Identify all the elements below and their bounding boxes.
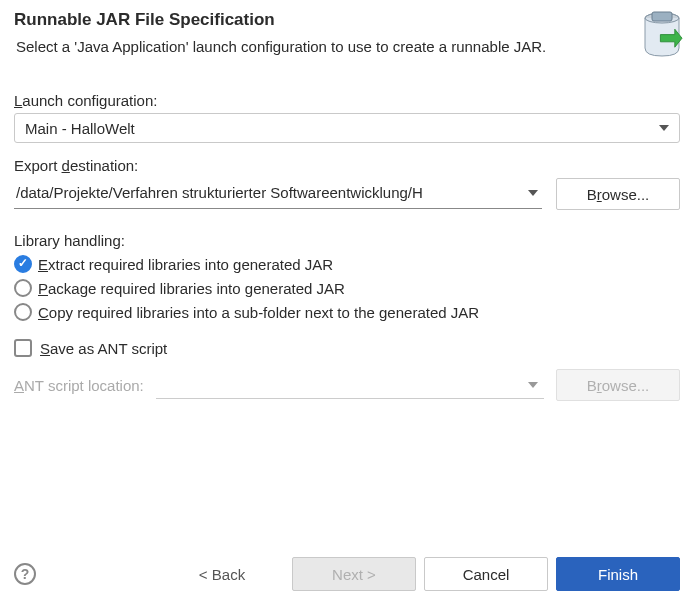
export-browse-button[interactable]: Browse... — [556, 178, 680, 210]
launch-config-label: Launch configuration: — [14, 92, 680, 109]
page-title: Runnable JAR File Specification — [14, 10, 680, 30]
jar-export-icon — [634, 6, 690, 62]
chevron-down-icon — [659, 125, 669, 131]
next-button: Next > — [292, 557, 416, 591]
cancel-button[interactable]: Cancel — [424, 557, 548, 591]
back-button[interactable]: < Back — [160, 557, 284, 591]
export-dest-label: Export destination: — [14, 157, 680, 174]
export-dest-combo[interactable]: /data/Projekte/Verfahren strukturierter … — [14, 179, 542, 209]
chevron-down-icon — [528, 190, 538, 196]
chevron-down-icon — [528, 382, 538, 388]
wizard-button-bar: < Back Next > Cancel Finish — [160, 557, 680, 591]
wizard-content: Launch configuration: Main - HalloWelt E… — [0, 78, 694, 401]
save-ant-checkbox-row[interactable]: Save as ANT script — [14, 339, 680, 357]
page-subtitle: Select a 'Java Application' launch confi… — [14, 38, 680, 55]
radio-icon — [14, 255, 32, 273]
ant-location-combo — [156, 371, 544, 399]
library-option-extract[interactable]: Extract required libraries into generate… — [14, 255, 680, 273]
finish-button[interactable]: Finish — [556, 557, 680, 591]
library-option-package[interactable]: Package required libraries into generate… — [14, 279, 680, 297]
radio-icon — [14, 303, 32, 321]
library-option-copy[interactable]: Copy required libraries into a sub-folde… — [14, 303, 680, 321]
launch-config-value: Main - HalloWelt — [25, 120, 135, 137]
ant-browse-button: Browse... — [556, 369, 680, 401]
wizard-header: Runnable JAR File Specification Select a… — [0, 0, 694, 78]
svg-rect-2 — [652, 12, 672, 21]
export-dest-value: /data/Projekte/Verfahren strukturierter … — [16, 184, 423, 201]
ant-location-label: ANT script location: — [14, 377, 144, 394]
library-handling-group: Extract required libraries into generate… — [14, 255, 680, 321]
wizard-footer: ? < Back Next > Cancel Finish — [14, 557, 680, 591]
checkbox-icon — [14, 339, 32, 357]
radio-icon — [14, 279, 32, 297]
help-icon[interactable]: ? — [14, 563, 36, 585]
library-handling-label: Library handling: — [14, 232, 680, 249]
launch-config-combo[interactable]: Main - HalloWelt — [14, 113, 680, 143]
